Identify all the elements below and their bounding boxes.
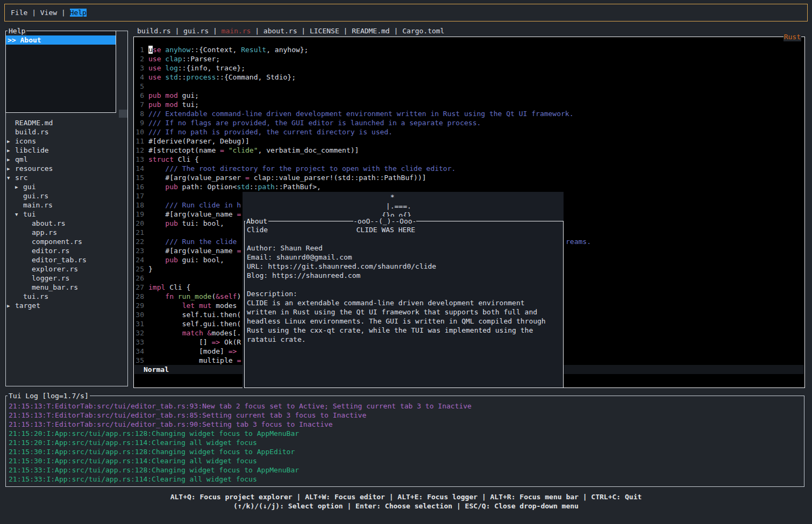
explorer-item-label: README.md: [15, 118, 53, 127]
code-line: 15 #[arg(value_parser = clap::value_pars…: [134, 173, 804, 182]
code-line: 8/// Extendable command-line driven deve…: [134, 109, 804, 118]
code-text: pub tui: bool,: [148, 219, 224, 228]
about-popup-row: headless Linux environments. The GUI is …: [247, 317, 562, 326]
code-text: pub mod gui;: [148, 91, 199, 100]
explorer-item-tui.rs[interactable]: tui.rs: [6, 292, 127, 301]
explorer-item-target[interactable]: ▶target: [6, 301, 127, 310]
code-text: #[arg(value_name =: [148, 246, 241, 255]
explorer-item-label: qml: [15, 155, 27, 164]
chevron-right-icon: ▶: [7, 155, 10, 164]
help-dropdown-item-about[interactable]: >> About: [6, 35, 116, 45]
code-text: /// If no path is provided, the current …: [148, 127, 393, 137]
tab-separator: |: [171, 27, 183, 35]
tab-license[interactable]: LICENSE: [310, 27, 339, 35]
about-popup-row: Clide CLIDE WAS HERE: [247, 225, 562, 234]
tui-log-panel[interactable]: Tui Log [log=1.7/s] 21:15:13:T:EditorTab…: [5, 396, 804, 487]
code-text: }: [148, 264, 153, 274]
chevron-right-icon: ▶: [7, 137, 10, 146]
explorer-item-tui[interactable]: ▼tui: [6, 210, 127, 219]
log-entry: 21:15:13:T:EditorTab:src/tui/editor_tab.…: [9, 411, 803, 420]
explorer-item-explorer.rs[interactable]: explorer.rs: [6, 264, 127, 274]
shortcut-help-line-2: (↑/k)/(↓/j): Select option | Enter: Choo…: [0, 501, 812, 511]
code-line: 5: [134, 82, 804, 91]
explorer-item-readme.md[interactable]: README.md: [6, 118, 127, 127]
code-line: 11#[derive(Parser, Debug)]: [134, 137, 804, 146]
explorer-item-label: resources: [15, 164, 53, 173]
line-number: 3: [134, 63, 144, 73]
log-entry: 21:15:33:I:App:src/tui/app.rs:128:Changi…: [9, 465, 803, 475]
log-entry: 21:15:30:I:App:src/tui/app.rs:114:Cleari…: [9, 456, 803, 465]
explorer-item-build.rs[interactable]: build.rs: [6, 127, 127, 137]
tab-build.rs[interactable]: build.rs: [137, 27, 171, 35]
explorer-item-label: explorer.rs: [32, 264, 78, 274]
code-text: /// Run clide in h: [148, 200, 241, 210]
line-number: 2: [134, 54, 144, 63]
line-number: 18: [134, 200, 144, 210]
line-number: 29: [134, 301, 144, 310]
code-text: #[arg(value_name =: [148, 210, 241, 219]
line-number: 33: [134, 338, 144, 347]
tab-readme.md[interactable]: README.md: [352, 27, 389, 35]
code-line: 3use log::{info, trace};: [134, 63, 804, 73]
explorer-item-menu_bar.rs[interactable]: menu_bar.rs: [6, 283, 127, 292]
language-badge: Rust: [783, 32, 801, 41]
explorer-item-label: editor_tab.rs: [32, 255, 87, 264]
explorer-item-resources[interactable]: ▶resources: [6, 164, 127, 173]
tab-gui.rs[interactable]: gui.rs: [183, 27, 209, 35]
code-text: impl Cli {: [148, 283, 190, 292]
about-popup-row: written in Rust using the Qt UI framewor…: [247, 307, 562, 317]
chevron-right-icon: ▶: [7, 302, 10, 311]
tab-about.rs[interactable]: about.rs: [263, 27, 297, 35]
code-text: pub mod tui;: [148, 100, 199, 109]
explorer-item-app.rs[interactable]: app.rs: [6, 228, 127, 237]
explorer-item-label: component.rs: [32, 237, 82, 246]
line-number: 7: [134, 100, 144, 109]
about-popup-box: About -ooO--(_)--Ooo- Clide CLIDE WAS HE…: [244, 221, 564, 388]
explorer-item-editor.rs[interactable]: editor.rs: [6, 246, 127, 255]
explorer-item-qml[interactable]: ▶qml: [6, 155, 127, 164]
explorer-item-libclide[interactable]: ▶libclide: [6, 146, 127, 155]
code-line: 9/// If no flags are provided, the GUI e…: [134, 118, 804, 127]
line-number: 6: [134, 91, 144, 100]
code-text: use log::{info, trace};: [148, 63, 245, 73]
menu-separator: |: [27, 9, 40, 17]
explorer-item-component.rs[interactable]: component.rs: [6, 237, 127, 246]
explorer-item-src[interactable]: ▼src: [6, 173, 127, 182]
tab-separator: |: [390, 27, 402, 35]
shortcut-help-line-1: ALT+Q: Focus project explorer | ALT+W: F…: [0, 492, 812, 501]
explorer-item-editor_tab.rs[interactable]: editor_tab.rs: [6, 255, 127, 264]
line-number: 35: [134, 356, 144, 365]
code-text: multiple =: [148, 356, 241, 365]
line-number: 27: [134, 283, 144, 292]
code-text: /// If no flags are provided, the GUI ed…: [148, 118, 481, 127]
clide-tui-app: File | View | Help README.mdbuild.rs▶ico…: [0, 0, 812, 524]
line-number: 20: [134, 219, 144, 228]
menu-item-view[interactable]: View: [40, 9, 57, 17]
explorer-item-main.rs[interactable]: main.rs: [6, 200, 127, 210]
menu-bar-items: File | View | Help: [11, 8, 87, 17]
line-number: 1: [134, 45, 144, 54]
explorer-item-gui.rs[interactable]: gui.rs: [6, 191, 127, 200]
explorer-item-label: about.rs: [32, 219, 66, 228]
explorer-scrollbar-thumb[interactable]: [119, 110, 127, 118]
line-number: 13: [134, 155, 144, 164]
tab-main.rs[interactable]: main.rs: [222, 27, 251, 35]
menu-item-help[interactable]: Help: [70, 9, 87, 17]
about-popup-row: Rust using the cxx-qt crate, while the T…: [247, 326, 562, 335]
tab-cargo.toml[interactable]: Cargo.toml: [402, 27, 444, 35]
explorer-item-logger.rs[interactable]: logger.rs: [6, 274, 127, 283]
line-number: 12: [134, 146, 144, 155]
line-number: 26: [134, 274, 144, 283]
code-text: [] => Ok(R: [148, 338, 241, 347]
log-entry: 21:15:13:T:EditorTab:src/tui/editor_tab.…: [9, 401, 803, 411]
code-text: /// The root directory for the project t…: [148, 164, 455, 173]
about-popup-row: Author: Shaun Reed: [247, 243, 562, 253]
menu-item-file[interactable]: File: [11, 9, 27, 17]
explorer-item-gui[interactable]: ▶gui: [6, 182, 127, 191]
help-dropdown-menu: Help >> About: [5, 31, 116, 113]
about-popup: * |.===. {}o o{} About -ooO--(_)--Ooo- C…: [243, 192, 564, 388]
explorer-item-about.rs[interactable]: about.rs: [6, 219, 127, 228]
explorer-item-label: editor.rs: [32, 246, 69, 255]
explorer-item-icons[interactable]: ▶icons: [6, 137, 127, 146]
line-number: 28: [134, 292, 144, 301]
